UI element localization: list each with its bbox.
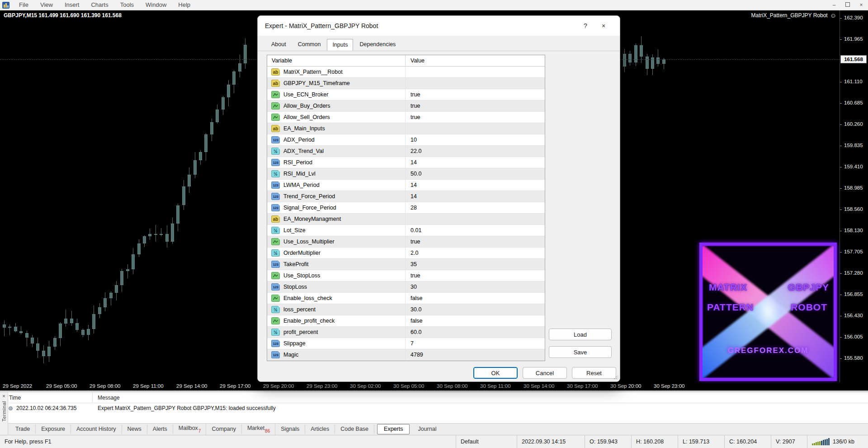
input-row-Magic[interactable]: 123Magic4789 <box>267 349 545 361</box>
variable-value[interactable]: 10 <box>405 134 545 145</box>
bottom-tab-mailbox[interactable]: Mailbox7 <box>173 424 207 435</box>
input-row-LWMA_Period[interactable]: 123LWMA_Period14 <box>267 180 545 191</box>
input-row-Slippage[interactable]: 123Slippage7 <box>267 338 545 349</box>
menu-tools[interactable]: Tools <box>114 0 140 10</box>
input-row-EA_MoneyManagment[interactable]: abEA_MoneyManagment <box>267 214 545 225</box>
menu-help[interactable]: Help <box>172 0 196 10</box>
variable-value[interactable]: 2.0 <box>405 248 545 258</box>
terminal-side-caption[interactable]: × Terminal <box>0 392 8 435</box>
variable-value[interactable]: 14 <box>405 180 545 191</box>
dialog-title-bar[interactable]: Expert - MatriX_Pattern_GBPJPY Robot ? × <box>258 16 620 36</box>
variable-value[interactable]: 28 <box>405 202 545 213</box>
input-row-Trend_Force_Period[interactable]: 123Trend_Force_Period14 <box>267 191 545 202</box>
price-tick <box>840 103 842 104</box>
variable-value[interactable]: 60.0 <box>405 327 545 338</box>
input-row-OrderMultiplier[interactable]: ½OrderMultiplier2.0 <box>267 248 545 259</box>
bottom-tab-trade[interactable]: Trade <box>10 424 36 434</box>
dialog-close-button[interactable]: × <box>594 22 613 29</box>
input-row-Signal_Force_Period[interactable]: 123Signal_Force_Period28 <box>267 202 545 214</box>
bottom-tab-news[interactable]: News <box>122 424 147 434</box>
variable-value[interactable]: true <box>405 236 545 247</box>
variable-value[interactable] <box>405 214 545 224</box>
variable-value[interactable]: true <box>405 112 545 123</box>
input-row-StopLoss[interactable]: 123StopLoss30 <box>267 281 545 293</box>
menu-charts[interactable]: Charts <box>85 0 114 10</box>
variable-value[interactable]: 30 <box>405 281 545 292</box>
status-profile[interactable]: Default <box>456 435 517 448</box>
ok-button[interactable]: OK <box>473 367 518 379</box>
variable-value[interactable]: 50.0 <box>405 168 545 179</box>
logo-word-gbpjpy: GBPJPY <box>788 282 829 293</box>
variable-value[interactable]: 30.0 <box>405 304 545 315</box>
window-restore-icon[interactable] <box>841 0 854 10</box>
variable-name: Signal_Force_Period <box>283 205 336 211</box>
variable-name: loss_percent <box>283 306 316 313</box>
bottom-tab-articles[interactable]: Articles <box>305 424 335 434</box>
time-axis[interactable]: 29 Sep 202229 Sep 05:0029 Sep 08:0029 Se… <box>0 382 868 391</box>
menu-view[interactable]: View <box>34 0 59 10</box>
terminal-close-icon[interactable]: × <box>2 393 5 399</box>
input-row-Use_StopLoss[interactable]: Use_StopLosstrue <box>267 270 545 281</box>
variable-value[interactable]: true <box>405 100 545 111</box>
input-row-Enable_loss_check[interactable]: Enable_loss_checkfalse <box>267 293 545 304</box>
input-row-Use_ECN_Broker[interactable]: Use_ECN_Brokertrue <box>267 89 545 100</box>
input-row-MatriX_Pattern__Robot[interactable]: abMatriX_Pattern__Robot <box>267 67 545 78</box>
bottom-tab-journal[interactable]: Journal <box>412 424 442 434</box>
variable-value[interactable]: 4789 <box>405 349 545 360</box>
terminal-log-row[interactable]: 2022.10.02 06:24:36.735Expert MatriX_Pat… <box>0 403 868 413</box>
input-row-TakeProfit[interactable]: 123TakeProfit35 <box>267 259 545 270</box>
bottom-tab-experts[interactable]: Experts <box>377 424 410 434</box>
variable-value[interactable]: false <box>405 293 545 304</box>
variable-value[interactable]: 14 <box>405 191 545 202</box>
bottom-tab-alerts[interactable]: Alerts <box>147 424 173 434</box>
input-row-Allow_Sell_Orders[interactable]: Allow_Sell_Orderstrue <box>267 112 545 123</box>
dialog-help-button[interactable]: ? <box>576 22 594 29</box>
status-bar-time[interactable]: 2022.09.30 14:15 <box>517 435 585 448</box>
menu-file[interactable]: File <box>13 0 34 10</box>
load-button[interactable]: Load <box>549 329 612 340</box>
variable-value[interactable] <box>405 123 545 134</box>
dialog-tab-dependencies[interactable]: Dependencies <box>354 38 401 50</box>
bottom-tab-code-base[interactable]: Code Base <box>335 424 374 434</box>
variable-value[interactable] <box>405 78 545 89</box>
input-row-ADX_Period[interactable]: 123ADX_Period10 <box>267 134 545 146</box>
bottom-tab-account-history[interactable]: Account History <box>71 424 122 434</box>
variable-value[interactable] <box>405 67 545 77</box>
input-row-EA_Main_Inputs[interactable]: abEA_Main_Inputs <box>267 123 545 134</box>
window-close-icon[interactable]: × <box>854 0 868 10</box>
variable-value[interactable]: 22.0 <box>405 146 545 157</box>
variable-value[interactable]: true <box>405 270 545 281</box>
input-row-Use_Loss_Multiplier[interactable]: Use_Loss_Multipliertrue <box>267 236 545 248</box>
bottom-tab-exposure[interactable]: Exposure <box>36 424 71 434</box>
dialog-tab-about[interactable]: About <box>266 38 292 50</box>
reset-button[interactable]: Reset <box>572 367 616 379</box>
input-row-ADX_Trend_Val[interactable]: ½ADX_Trend_Val22.0 <box>267 146 545 157</box>
dialog-resize-grip[interactable] <box>613 375 618 380</box>
input-row-RSI_Period[interactable]: 123RSI_Period14 <box>267 157 545 168</box>
input-row-RSI_Mid_Lvl[interactable]: ½RSI_Mid_Lvl50.0 <box>267 168 545 180</box>
variable-value[interactable]: false <box>405 315 545 326</box>
input-row-loss_percent[interactable]: ½loss_percent30.0 <box>267 304 545 315</box>
dialog-tab-inputs[interactable]: Inputs <box>327 39 353 51</box>
input-row-Allow_Buy_Orders[interactable]: Allow_Buy_Orderstrue <box>267 100 545 112</box>
menu-insert[interactable]: Insert <box>59 0 85 10</box>
bottom-tab-company[interactable]: Company <box>206 424 242 434</box>
input-row-Enable_profit_check[interactable]: Enable_profit_checkfalse <box>267 315 545 327</box>
input-row-Lot_Size[interactable]: ½Lot_Size0.01 <box>267 225 545 236</box>
variable-value[interactable]: 35 <box>405 259 545 270</box>
input-row-GBPJPY_M15_Timeframe[interactable]: abGBPJPY_M15_Timeframe <box>267 78 545 89</box>
bottom-tab-signals[interactable]: Signals <box>275 424 305 434</box>
window-minimize-icon[interactable]: – <box>827 0 841 10</box>
menu-window[interactable]: Window <box>140 0 172 10</box>
bottom-tab-market[interactable]: Market86 <box>242 424 275 435</box>
cancel-button[interactable]: Cancel <box>523 367 567 379</box>
dialog-tab-common[interactable]: Common <box>292 38 326 50</box>
variable-value[interactable]: true <box>405 89 545 100</box>
variable-value[interactable]: 7 <box>405 338 545 349</box>
variable-value[interactable]: 0.01 <box>405 225 545 236</box>
price-label: 161.965 <box>844 36 863 42</box>
variable-value[interactable]: 14 <box>405 157 545 168</box>
save-button[interactable]: Save <box>549 346 612 358</box>
input-row-profit_percent[interactable]: ½profit_percent60.0 <box>267 327 545 338</box>
price-scale[interactable]: 161.568 162.390161.965161.110160.685160.… <box>840 10 868 382</box>
